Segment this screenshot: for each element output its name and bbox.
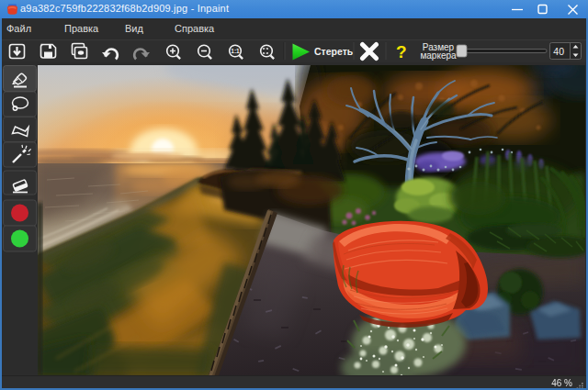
svg-text:?: ? [396,42,407,61]
svg-text:Стереть: Стереть [314,46,354,57]
svg-text:40: 40 [553,46,564,57]
svg-text:1:1: 1:1 [231,48,240,54]
svg-text:маркера: маркера [420,50,457,61]
